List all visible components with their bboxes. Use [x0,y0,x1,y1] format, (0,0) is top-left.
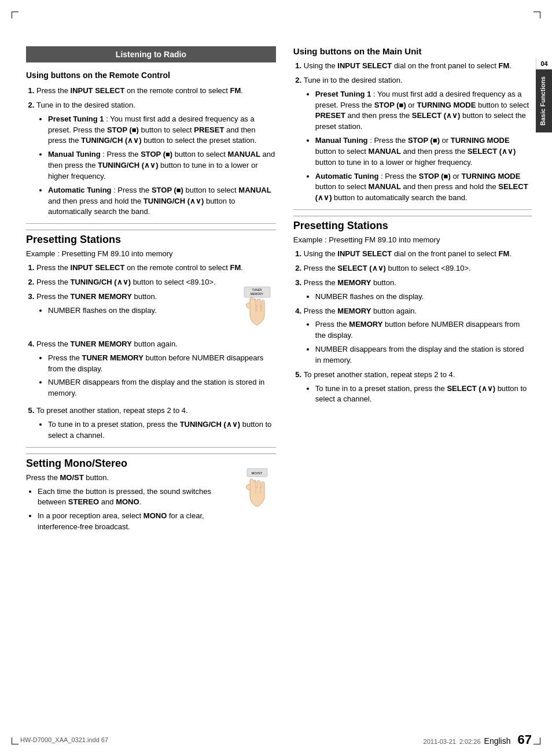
mono-bullet-2: In a poor reception area, select MONO fo… [38,511,234,533]
page-footer: HW-D7000_XAA_0321.indd 67 2011-03-21 2:0… [0,732,552,747]
mono-bullet-1: Each time the button is pressed, the sou… [38,486,234,508]
ps-step4-bullets: Press the TUNER MEMORY button before NUM… [36,353,276,399]
footer-file: HW-D7000_XAA_0321.indd 67 [20,736,108,743]
mps-step3-bullets: NUMBER flashes on the display. [304,292,532,303]
remote-steps-list: Press the INPUT SELECT on the remote con… [26,86,276,217]
ps-step-4: Press the TUNER MEMORY button again. Pre… [36,339,276,402]
mu-step-1: Using the INPUT SELECT dial on the front… [304,61,532,72]
section-divider-1 [26,223,276,224]
remote-control-title: Using buttons on the Remote Control [26,71,276,80]
ps-step-3: Press the TUNER MEMORY button. NUMBER fl… [36,292,276,335]
header-title: Listening to Radio [116,50,186,59]
svg-text:TUNER: TUNER [252,288,262,292]
mps-step-2: Press the SELECT (∧∨) button to select <… [304,263,532,274]
svg-text:MO/ST: MO/ST [251,471,262,475]
main-content: Listening to Radio Using buttons on the … [0,23,552,553]
ps-step-5: To preset another station, repeat steps … [36,405,276,441]
mps-step5-b1: To tune in to a preset station, press th… [315,383,532,405]
preset-tuning-item: Preset Tuning 1 : You must first add a d… [48,114,276,147]
mu-tuning-options: Preset Tuning 1 : You must first add a d… [304,89,532,204]
ps-step3-bullet1: NUMBER flashes on the display. [48,305,157,316]
right-column: Using buttons on the Main Unit Using the… [288,46,532,536]
ps-step-1: Press the INPUT SELECT on the remote con… [36,263,276,274]
mu-step-2: Tune in to the desired station. Preset T… [304,75,532,204]
mps-step4-bullets: Press the MEMORY button before NUMBER di… [304,319,532,366]
example-text-right: Example : Presetting FM 89.10 into memor… [293,235,532,244]
mps-step-5: To preset another station, repeat steps … [304,370,532,405]
ps-step5-bullet1: To tune in to a preset station, press th… [48,419,276,441]
left-column: Listening to Radio Using buttons on the … [26,46,288,536]
mps-step5-bullets: To tune in to a preset station, press th… [304,383,532,405]
corner-mark-tr [533,12,540,19]
ps-step4-bullet1: Press the TUNER MEMORY button before NUM… [48,353,276,375]
footer-lang: English [484,736,511,746]
right-section-divider [293,209,532,210]
presetting-steps-list-right: Using the INPUT SELECT dial on the front… [293,249,532,405]
mps-step-4: Press the MEMORY button again. Press the… [304,306,532,366]
mps-step4-b2: NUMBER disappears from the display and t… [315,344,532,366]
mps-step-3: Press the MEMORY button. NUMBER flashes … [304,278,532,303]
main-unit-title: Using buttons on the Main Unit [293,46,532,56]
mps-step4-b1: Press the MEMORY button before NUMBER di… [315,319,532,341]
mu-preset-tuning: Preset Tuning 1 : You must first add a d… [315,89,532,132]
footer-date: 2011-03-21 [424,738,456,745]
mono-intro-text: Press the MO/ST button. [26,473,234,482]
tuning-options-list: Preset Tuning 1 : You must first add a d… [36,114,276,218]
section-header-box: Listening to Radio [26,46,276,62]
ps-step4-bullet2: NUMBER disappears from the display and t… [48,377,276,399]
footer-right: 2011-03-21 2:02:26 English 67 [424,732,532,747]
mu-automatic-tuning: Automatic Tuning : Press the STOP (■) or… [315,171,532,204]
chapter-tab: Basic Functions [536,69,552,132]
mps-step-1: Using the INPUT SELECT dial on the front… [304,249,532,260]
presetting-stations-title-right: Presetting Stations [293,216,532,232]
automatic-tuning-item: Automatic Tuning : Press the STOP (■) bu… [48,185,276,218]
ps-step5-bullets: To tune in to a preset station, press th… [36,419,276,441]
presetting-steps-list-left: Press the INPUT SELECT on the remote con… [26,263,276,441]
chapter-label: Basic Functions [539,76,546,126]
footer-page-number: 67 [518,732,532,747]
mps-step3-b1: NUMBER flashes on the display. [315,292,532,303]
example-text-left: Example : Presetting FM 89.10 into memor… [26,249,276,258]
remote-step-2: Tune in to the desired station. Preset T… [36,100,276,217]
manual-tuning-item: Manual Tuning : Press the STOP (■) butto… [48,149,276,182]
section-divider-2 [26,447,276,448]
ps-step3-bullets: NUMBER flashes on the display. [36,305,157,316]
page-container: Basic Functions 04 Listening to Radio Us… [0,0,552,756]
main-unit-steps-list: Using the INPUT SELECT dial on the front… [293,61,532,204]
tuner-memory-hand-image: TUNER MEMORY [238,286,276,335]
mono-stereo-bullets: Each time the button is pressed, the sou… [26,486,234,533]
presetting-stations-title-left: Presetting Stations [26,230,276,246]
mu-manual-tuning: Manual Tuning : Press the STOP (■) or TU… [315,135,532,168]
svg-text:MEMORY: MEMORY [251,292,264,296]
chapter-number: 04 [536,58,552,70]
corner-mark-tl [12,12,19,19]
footer-time: 2:02:26 [459,738,481,745]
mono-stereo-content: Press the MO/ST button. Each time the bu… [26,473,276,536]
remote-step-1: Press the INPUT SELECT on the remote con… [36,86,276,97]
most-hand-image: MO/ST [238,467,276,515]
